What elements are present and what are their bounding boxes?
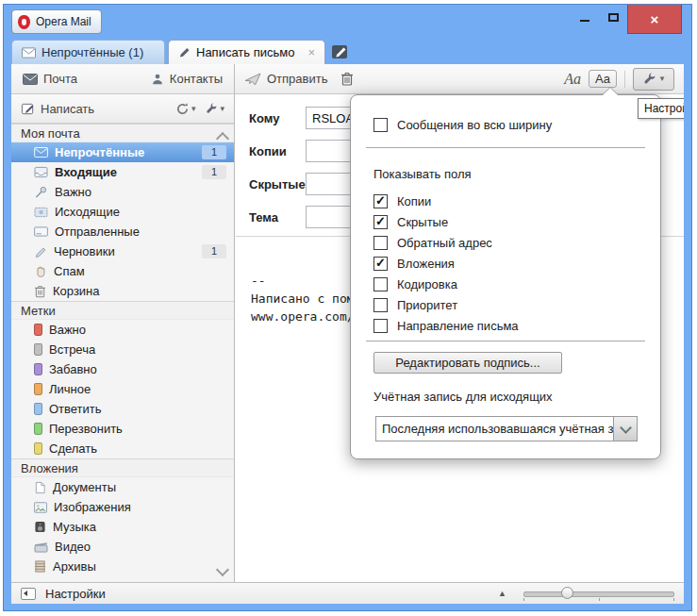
sidebar-item-spam[interactable]: Спам (11, 261, 234, 281)
option-reply-to[interactable]: Обратный адрес (373, 234, 492, 251)
panel-toggle-icon[interactable] (21, 588, 36, 600)
checkbox-unchecked[interactable] (373, 319, 388, 333)
checkbox-checked[interactable]: ✓ (373, 194, 388, 208)
check-mail-button[interactable]: ▾ (175, 102, 196, 116)
sidebar-label-meeting[interactable]: Встреча (11, 340, 234, 359)
speaker-icon (34, 521, 46, 533)
compose-button-label: Написать (41, 102, 94, 116)
edit-signature-button[interactable]: Редактировать подпись... (373, 352, 562, 374)
option-bcc[interactable]: ✓ Скрытые (373, 213, 448, 230)
item-label: Изображения (54, 500, 131, 514)
sidebar-item-important[interactable]: Важно (11, 182, 234, 202)
settings-tooltip: Настройки (638, 98, 684, 119)
envelope-icon (22, 47, 36, 58)
sidebar-item-sent[interactable]: Отправленные (11, 222, 234, 241)
zoom-slider[interactable] (523, 586, 674, 601)
close-button[interactable]: × (627, 5, 682, 34)
select-value: Последняя использовавшаяся учётная запис… (376, 417, 613, 441)
clapperboard-icon (34, 541, 48, 553)
close-icon: × (651, 11, 659, 27)
sidebar-label-important[interactable]: Важно (11, 320, 234, 340)
option-label: Копии (397, 194, 431, 208)
item-label: Забавно (49, 362, 97, 376)
tab-close-button[interactable]: × (307, 46, 315, 58)
sidebar-label-callback[interactable]: Перезвонить (11, 419, 234, 439)
checkbox-unchecked[interactable] (373, 298, 388, 312)
tab-unread[interactable]: Непрочтённые (1) (11, 40, 165, 64)
paper-plane-icon (244, 73, 261, 86)
sidebar-item-images[interactable]: Изображения (11, 497, 234, 517)
checkbox-unchecked[interactable] (373, 118, 388, 132)
sidebar-settings-button[interactable]: ▾ (206, 103, 224, 115)
window-title: Opera Mail (36, 15, 91, 28)
cc-label: Копии (249, 144, 306, 158)
message-body[interactable]: --Написано с помwww.opera.com/ (251, 272, 355, 325)
sidebar-item-music[interactable]: Музыка (11, 517, 234, 537)
item-label: Сделать (49, 441, 97, 456)
sidebar-label-personal[interactable]: Личное (11, 379, 234, 399)
slider-tick (673, 598, 674, 601)
new-compose-tab-button[interactable] (328, 42, 353, 62)
sidebar-item-trash[interactable]: Корзина (11, 281, 234, 301)
option-priority[interactable]: Приоритет (373, 296, 457, 313)
checkbox-unchecked[interactable] (373, 236, 388, 250)
compose-button[interactable]: Написать ▾ ▾ (11, 94, 234, 124)
content-area: Почта Контакты Отправить Aa Aa (11, 64, 684, 604)
plain-text-button[interactable]: Aa (564, 71, 581, 88)
sidebar-item-archives[interactable]: Архивы (11, 557, 234, 576)
maximize-button[interactable] (599, 5, 627, 29)
label-tag-icon (34, 363, 42, 375)
delete-button[interactable] (340, 72, 354, 86)
sidebar-label-funny[interactable]: Забавно (11, 359, 234, 379)
sidebar-item-unread[interactable]: Непрочтённые 1 (11, 142, 234, 162)
settings-dropdown-button[interactable]: ▾ (633, 68, 674, 91)
slider-tick (523, 598, 524, 601)
sidebar-item-inbox[interactable]: Входящие 1 (11, 162, 234, 182)
trash-icon (340, 72, 354, 86)
mail-button[interactable]: Почта (23, 72, 77, 86)
sidebar-item-outbox[interactable]: Исходящие (11, 202, 234, 222)
sidebar-label-reply[interactable]: Ответить (11, 399, 234, 419)
item-label: Важно (49, 323, 86, 337)
item-label: Видео (55, 540, 91, 554)
person-icon (151, 73, 164, 86)
item-label: Спам (54, 264, 85, 278)
option-attachments[interactable]: ✓ Вложения (373, 255, 455, 272)
option-encoding[interactable]: Кодировка (373, 275, 457, 292)
rich-text-button[interactable]: Aa (589, 70, 617, 88)
option-direction[interactable]: Направление письма (373, 317, 519, 334)
item-label: Непрочтённые (55, 145, 144, 159)
sidebar-item-documents[interactable]: Документы (11, 477, 234, 497)
opera-menu-button[interactable]: Opera Mail (11, 9, 102, 34)
sidebar-item-drafts[interactable]: Черновики 1 (11, 241, 234, 261)
full-width-option[interactable]: Сообщения во всю ширину (373, 116, 552, 133)
checkbox-checked[interactable]: ✓ (373, 215, 388, 229)
option-label: Скрытые (397, 215, 448, 229)
slider-thumb[interactable] (561, 587, 573, 599)
settings-panel-label[interactable]: Настройки (45, 587, 106, 601)
option-label: Кодировка (397, 277, 457, 291)
hand-icon (34, 265, 47, 278)
send-button[interactable]: Отправить (244, 72, 327, 86)
show-fields-title: Показывать поля (373, 167, 472, 181)
checkbox-checked[interactable]: ✓ (373, 257, 388, 271)
sidebar-label-todo[interactable]: Сделать (11, 439, 234, 458)
chevron-down-icon (620, 422, 632, 434)
format-controls: Aa Aa ▾ (564, 68, 674, 91)
zoom-popup-button[interactable]: ▲ (498, 589, 506, 598)
slider-tick (599, 598, 600, 601)
pin-icon (34, 186, 48, 199)
contacts-button[interactable]: Контакты (151, 72, 223, 86)
minimize-button[interactable] (571, 5, 599, 29)
checkbox-unchecked[interactable] (373, 277, 388, 291)
option-label: Вложения (397, 257, 455, 271)
bcc-label: Скрытые (249, 177, 306, 191)
count-badge: 1 (202, 165, 226, 179)
outgoing-account-select[interactable]: Последняя использовавшаяся учётная запис… (375, 416, 638, 441)
trash-icon (34, 285, 46, 298)
tab-compose[interactable]: Написать письмо × (168, 40, 325, 64)
slider-track[interactable] (523, 591, 674, 597)
option-cc[interactable]: ✓ Копии (373, 192, 431, 209)
sidebar-item-video[interactable]: Видео (11, 537, 234, 557)
select-arrow-button[interactable] (613, 417, 637, 441)
